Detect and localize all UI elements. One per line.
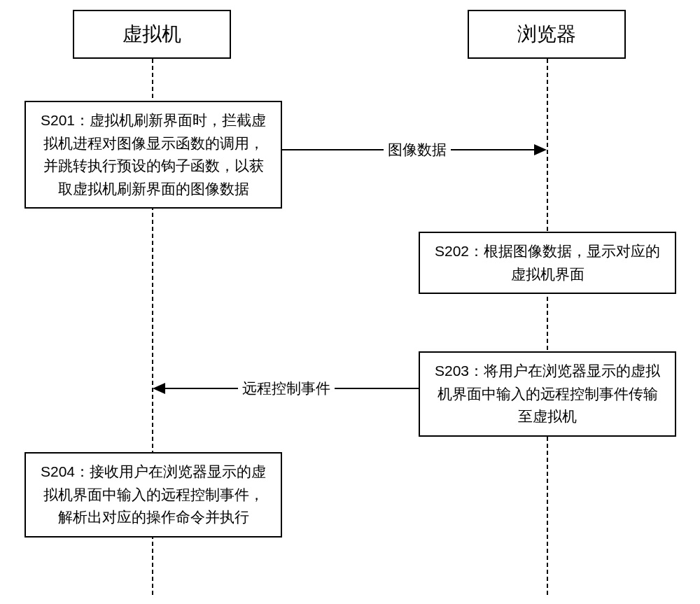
participant-browser: 浏览器 bbox=[468, 10, 626, 59]
step-s202-text: S202：根据图像数据，显示对应的虚拟机界面 bbox=[435, 243, 660, 282]
arrow-image-data-head bbox=[534, 144, 547, 155]
participant-vm: 虚拟机 bbox=[73, 10, 231, 59]
step-s204: S204：接收用户在浏览器显示的虚拟机界面中输入的远程控制事件，解析出对应的操作… bbox=[24, 452, 282, 538]
step-s204-text: S204：接收用户在浏览器显示的虚拟机界面中输入的远程控制事件，解析出对应的操作… bbox=[41, 463, 266, 525]
lifeline-browser bbox=[547, 59, 548, 595]
participant-browser-label: 浏览器 bbox=[517, 21, 576, 48]
arrow-image-data-label: 图像数据 bbox=[384, 140, 451, 160]
step-s203: S203：将用户在浏览器显示的虚拟机界面中输入的远程控制事件传输至虚拟机 bbox=[419, 351, 676, 437]
step-s202: S202：根据图像数据，显示对应的虚拟机界面 bbox=[419, 232, 676, 294]
arrow-remote-event-label: 远程控制事件 bbox=[238, 379, 335, 398]
step-s201-text: S201：虚拟机刷新界面时，拦截虚拟机进程对图像显示函数的调用，并跳转执行预设的… bbox=[41, 112, 266, 197]
participant-vm-label: 虚拟机 bbox=[122, 21, 181, 48]
arrow-remote-event-head bbox=[153, 383, 165, 394]
step-s203-text: S203：将用户在浏览器显示的虚拟机界面中输入的远程控制事件传输至虚拟机 bbox=[435, 363, 660, 424]
step-s201: S201：虚拟机刷新界面时，拦截虚拟机进程对图像显示函数的调用，并跳转执行预设的… bbox=[24, 101, 282, 209]
